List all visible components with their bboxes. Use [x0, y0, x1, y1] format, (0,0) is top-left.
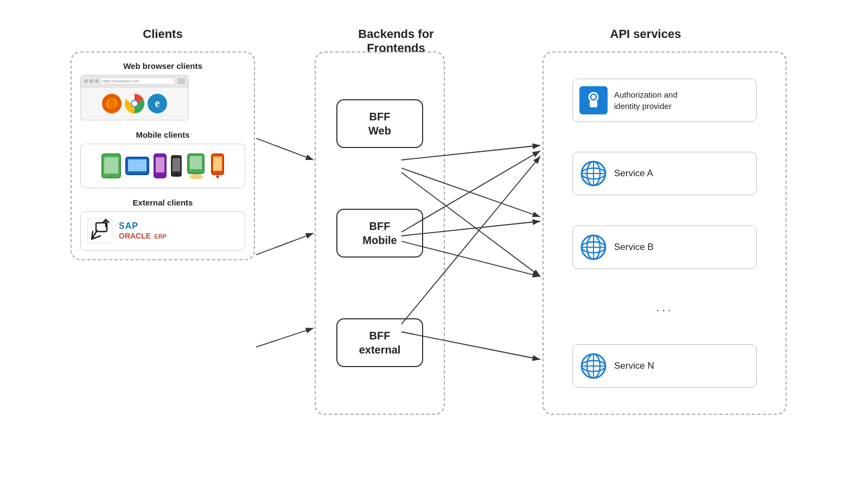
clients-container: Web browser clients http://example.com [71, 52, 255, 260]
tablet-icon [101, 153, 122, 179]
header-clients: Clients [87, 27, 239, 41]
mobile-clients-section: Mobile clients [80, 130, 245, 188]
svg-rect-29 [590, 101, 597, 107]
oracle-brand: ORACLE [119, 232, 151, 240]
service-b-label: Service B [614, 242, 654, 253]
service-b-icon [579, 233, 608, 261]
browser-body: e [81, 87, 188, 120]
bff-mobile-box: BFF Mobile [336, 209, 423, 258]
svg-point-14 [159, 175, 161, 177]
ellipsis-label: ... [656, 299, 673, 314]
auth-service-box: Authorization andidentity provider [572, 79, 757, 122]
bff-external-line2: external [359, 343, 401, 357]
browser-dot-3 [95, 79, 99, 83]
bff-container: BFF Web BFF Mobile BFF external [315, 52, 445, 415]
svg-rect-11 [128, 159, 146, 171]
svg-point-30 [591, 95, 596, 99]
tablet-blue-icon [125, 156, 150, 176]
external-clients-section: External clients SAP ORACLE ERP [80, 198, 245, 251]
service-a-icon [579, 159, 608, 188]
service-n-label: Service N [614, 361, 654, 371]
service-b-box: Service B [572, 226, 757, 269]
ie-icon: e [148, 94, 167, 113]
svg-rect-22 [213, 157, 222, 171]
svg-rect-16 [173, 158, 180, 171]
phone-purple-icon [153, 153, 167, 179]
service-n-icon [579, 352, 608, 380]
browser-bar: http://example.com [81, 75, 188, 87]
browser-dot-2 [90, 79, 93, 83]
bff-external-line1: BFF [359, 329, 401, 343]
svg-point-23 [216, 176, 219, 178]
mobile-clients-label: Mobile clients [80, 130, 245, 139]
svg-rect-8 [104, 157, 118, 174]
firefox-icon [102, 94, 122, 113]
svg-line-47 [256, 138, 314, 160]
svg-text:e: e [155, 97, 160, 109]
chrome-icon [125, 94, 144, 113]
browser-max-btn [177, 78, 185, 84]
bff-web-box: BFF Web [336, 99, 423, 148]
bff-external-box: BFF external [336, 318, 423, 367]
header-api: API services [542, 27, 749, 41]
phone-orange-icon [210, 153, 225, 179]
external-link-icon [87, 219, 112, 243]
auth-icon [579, 86, 608, 114]
svg-rect-19 [190, 156, 202, 169]
bff-web-line2: Web [368, 124, 391, 138]
browser-mockup: http://example.com [80, 75, 189, 120]
svg-point-9 [110, 175, 112, 177]
web-clients-section: Web browser clients http://example.com [80, 61, 245, 120]
browser-url-bar: http://example.com [100, 78, 175, 85]
external-brands: SAP ORACLE ERP [119, 221, 167, 241]
phone-small-icon [170, 155, 182, 177]
svg-rect-27 [579, 86, 608, 114]
bff-mobile-line2: Mobile [362, 233, 397, 247]
api-container: Authorization andidentity provider Servi… [542, 52, 787, 415]
service-a-box: Service A [572, 152, 757, 195]
web-clients-label: Web browser clients [80, 61, 245, 70]
bff-mobile-line1: BFF [362, 219, 397, 233]
tablet-hand-icon [186, 153, 207, 179]
auth-service-label: Authorization andidentity provider [614, 89, 678, 112]
svg-point-4 [132, 101, 137, 106]
mobile-devices-area [85, 149, 240, 183]
svg-point-20 [190, 174, 203, 179]
svg-line-48 [256, 233, 314, 255]
browser-dot-1 [84, 79, 88, 83]
diagram: Clients Backends for Frontends API servi… [54, 22, 814, 466]
sap-brand: SAP [119, 221, 167, 231]
svg-rect-13 [156, 157, 164, 172]
service-a-label: Service A [614, 168, 653, 179]
oracle-erp-label: ERP [155, 233, 167, 240]
svg-line-49 [256, 328, 314, 347]
bff-web-line1: BFF [368, 110, 391, 124]
svg-point-17 [175, 173, 177, 175]
oracle-brand-group: ORACLE ERP [119, 231, 167, 241]
service-n-box: Service N [572, 344, 757, 388]
external-clients-label: External clients [80, 198, 245, 207]
